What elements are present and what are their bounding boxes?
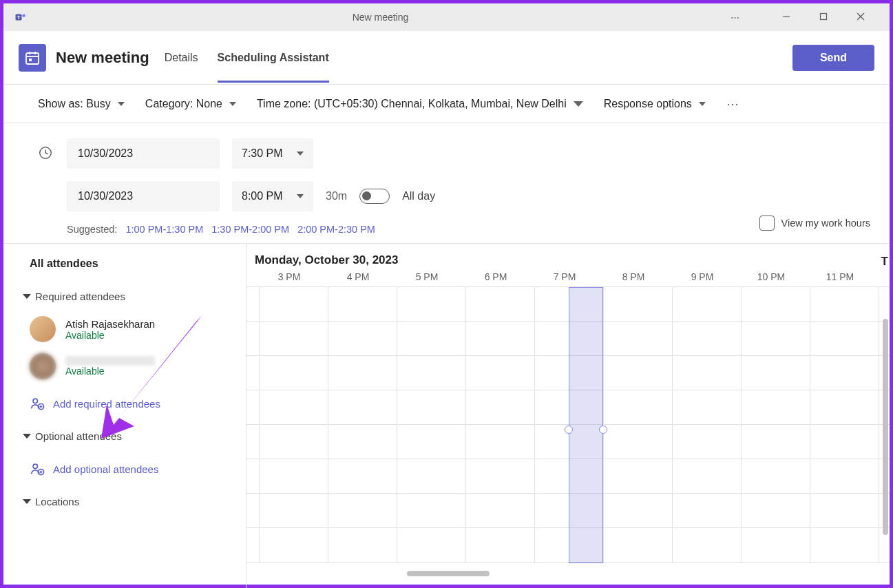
timeline-row[interactable] xyxy=(246,322,890,356)
caret-down-icon xyxy=(23,294,31,299)
suggested-times: Suggested: 1:00 PM-1:30 PM 1:30 PM-2:00 … xyxy=(67,224,855,235)
svg-point-17 xyxy=(33,464,37,468)
avatar xyxy=(30,353,56,379)
send-button[interactable]: Send xyxy=(792,45,874,71)
teams-icon: T xyxy=(14,11,27,23)
timeline-hour-label: 5 PM xyxy=(392,271,461,286)
required-attendees-section[interactable]: Required attendees xyxy=(23,282,225,311)
chevron-down-icon xyxy=(229,102,236,106)
vertical-scrollbar[interactable] xyxy=(883,319,888,535)
schedule-area: All attendees Required attendees Atish R… xyxy=(3,244,890,588)
timezone-dropdown[interactable]: Time zone: (UTC+05:30) Chennai, Kolkata,… xyxy=(257,98,583,110)
horizontal-scrollbar[interactable] xyxy=(407,571,490,576)
timeline-hour-label: 11 PM xyxy=(806,271,874,286)
more-icon[interactable]: ⋯ xyxy=(723,12,748,23)
timeline-row[interactable] xyxy=(246,390,890,425)
timeline-row[interactable] xyxy=(246,356,890,390)
add-optional-attendees[interactable]: Add optional attendees xyxy=(30,450,225,487)
minimize-icon[interactable] xyxy=(774,12,799,23)
svg-text:T: T xyxy=(17,14,21,21)
svg-rect-11 xyxy=(29,59,32,61)
svg-rect-7 xyxy=(26,53,39,64)
clock-icon xyxy=(38,145,53,163)
timeline-hour-label: 7 PM xyxy=(530,271,599,286)
timeline-hour-label: 8 PM xyxy=(599,271,668,286)
svg-rect-4 xyxy=(821,13,827,19)
caret-down-icon xyxy=(23,499,31,504)
caret-down-icon xyxy=(23,434,31,439)
options-bar: Show as: Busy Category: None Time zone: … xyxy=(3,85,890,123)
suggestion-3[interactable]: 2:00 PM-2:30 PM xyxy=(297,224,375,235)
chevron-down-icon xyxy=(297,151,304,156)
timeline-hour-label: 9 PM xyxy=(668,271,737,286)
attendee-row[interactable]: Atish Rajasekharan Available xyxy=(30,311,225,348)
options-more[interactable]: ⋯ xyxy=(726,96,740,112)
chevron-down-icon xyxy=(699,102,706,106)
all-day-label: All day xyxy=(402,190,435,202)
tab-details[interactable]: Details xyxy=(165,33,198,83)
chevron-down-icon xyxy=(297,194,304,198)
add-people-icon xyxy=(30,461,45,476)
calendar-icon xyxy=(19,44,46,72)
tab-scheduling-assistant[interactable]: Scheduling Assistant xyxy=(218,33,329,83)
timeline-hour-label: 6 PM xyxy=(461,271,530,286)
suggestion-1[interactable]: 1:00 PM-1:30 PM xyxy=(125,224,203,235)
all-attendees-header: All attendees xyxy=(30,244,225,282)
datetime-panel: 10/30/2023 7:30 PM 10/30/2023 8:00 PM 30… xyxy=(3,123,890,244)
timeline-hour-label: 10 PM xyxy=(737,271,806,286)
timeline-date: Monday, October 30, 2023 xyxy=(255,253,890,267)
checkbox-empty-icon[interactable] xyxy=(759,216,775,231)
attendee-name: Atish Rajasekharan xyxy=(65,318,155,330)
timeline-hour-label: 4 PM xyxy=(324,271,392,286)
header-bar: New meeting Details Scheduling Assistant… xyxy=(3,31,890,85)
selected-time-range[interactable] xyxy=(569,287,603,563)
timeline-hour-label: 3 PM xyxy=(255,271,324,286)
duration-label: 30m xyxy=(326,190,347,202)
start-date-field[interactable]: 10/30/2023 xyxy=(67,138,220,169)
next-day-indicator: T xyxy=(881,255,888,269)
page-title: New meeting xyxy=(56,49,149,67)
close-icon[interactable] xyxy=(848,12,873,23)
avatar xyxy=(30,316,56,342)
add-people-icon xyxy=(30,396,45,411)
window-title: New meeting xyxy=(38,12,723,23)
timeline-row[interactable] xyxy=(246,494,890,528)
attendee-status: Available xyxy=(65,330,155,341)
timeline-row[interactable] xyxy=(246,287,890,322)
end-time-dropdown[interactable]: 8:00 PM xyxy=(232,181,313,211)
timeline-row[interactable] xyxy=(246,459,890,494)
show-as-dropdown[interactable]: Show as: Busy xyxy=(38,98,125,110)
svg-point-2 xyxy=(22,14,25,18)
category-dropdown[interactable]: Category: None xyxy=(145,98,236,110)
timeline-row[interactable] xyxy=(246,528,890,563)
timeline-grid[interactable] xyxy=(246,286,890,563)
end-date-field[interactable]: 10/30/2023 xyxy=(67,181,220,211)
chevron-down-icon xyxy=(574,101,583,107)
attendee-row[interactable]: Available xyxy=(30,348,225,385)
attendees-panel: All attendees Required attendees Atish R… xyxy=(3,244,246,588)
optional-attendees-section[interactable]: Optional attendees xyxy=(23,422,225,450)
timeline[interactable]: Monday, October 30, 2023 3 PM4 PM5 PM6 P… xyxy=(246,244,890,588)
svg-point-13 xyxy=(33,399,37,403)
attendee-status: Available xyxy=(65,366,155,377)
maximize-icon[interactable] xyxy=(811,12,836,23)
locations-section[interactable]: Locations xyxy=(23,487,225,516)
range-handle-end[interactable] xyxy=(599,426,607,434)
suggestion-2[interactable]: 1:30 PM-2:00 PM xyxy=(211,224,289,235)
attendee-name xyxy=(65,356,155,366)
view-work-hours[interactable]: View my work hours xyxy=(759,216,870,231)
start-time-dropdown[interactable]: 7:30 PM xyxy=(232,138,313,169)
titlebar: T New meeting ⋯ xyxy=(3,3,890,31)
range-handle-start[interactable] xyxy=(565,426,573,434)
all-day-toggle[interactable] xyxy=(359,189,390,204)
response-options-dropdown[interactable]: Response options xyxy=(604,98,706,110)
add-required-attendees[interactable]: Add required attendees xyxy=(30,385,225,422)
chevron-down-icon xyxy=(118,102,125,106)
